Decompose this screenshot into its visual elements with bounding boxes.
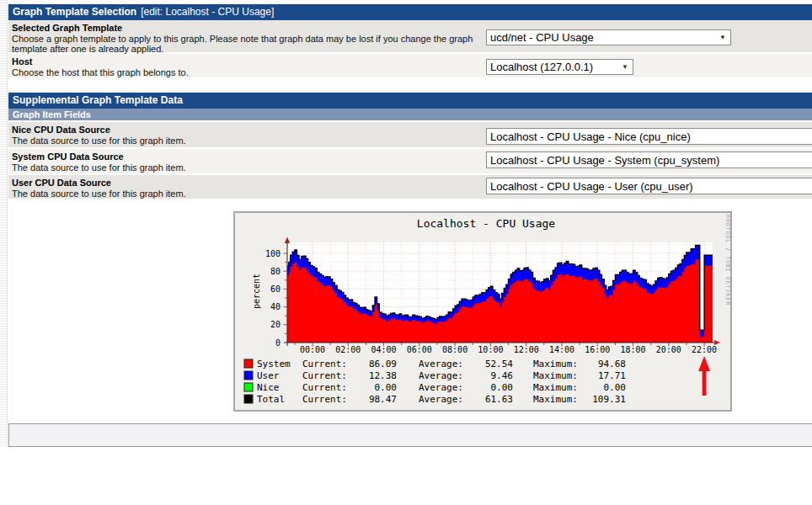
legend-average-value: 52.54 bbox=[485, 359, 513, 369]
cpu-usage-chart: Localhost - CPU Usage02040608010000:0002… bbox=[233, 211, 732, 412]
legend-average-value: 61.63 bbox=[485, 394, 513, 405]
field-row-system-cpu: System CPU Data Source The data source t… bbox=[8, 149, 812, 173]
cacti-graph-edit-page: Graph Template Selection[edit: Localhost… bbox=[0, 0, 812, 505]
y-tick-label: 20 bbox=[270, 320, 280, 329]
legend-maximum-value: 0.00 bbox=[604, 382, 627, 393]
legend-current-value: 86.09 bbox=[369, 359, 397, 369]
field-row-selected-graph-template: Selected Graph Template Choose a graph t… bbox=[8, 20, 812, 52]
y-tick-label: 80 bbox=[270, 267, 280, 276]
graph-item-fields-subheader: Graph Item Fields bbox=[8, 109, 812, 120]
legend-current-value: 12.38 bbox=[369, 370, 397, 381]
legend-row: TotalCurrent:98.47Average:61.63Maximum:1… bbox=[244, 394, 626, 405]
x-tick-label: 06:00 bbox=[407, 345, 432, 354]
legend-maximum-value: 94.68 bbox=[598, 359, 626, 369]
field-description: The data source to use for this graph it… bbox=[8, 162, 477, 173]
graph-template-selection-header: Graph Template Selection[edit: Localhost… bbox=[8, 4, 812, 20]
cpu-usage-graph-image: Localhost - CPU Usage02040608010000:0002… bbox=[233, 211, 732, 412]
y-tick-label: 40 bbox=[270, 302, 280, 311]
form-footer-bar bbox=[8, 423, 812, 447]
x-tick-label: 22:00 bbox=[692, 345, 717, 354]
field-description: Choose a graph template to apply to this… bbox=[8, 33, 477, 54]
chevron-down-icon: ▼ bbox=[622, 63, 628, 71]
select-value: Localhost - CPU Usage - System (cpu_syst… bbox=[490, 154, 812, 167]
legend-current-value: 98.47 bbox=[369, 394, 397, 405]
field-label: Host bbox=[8, 54, 812, 66]
chevron-down-icon: ▼ bbox=[719, 34, 726, 41]
x-tick-label: 18:00 bbox=[620, 345, 645, 354]
legend-color-swatch bbox=[244, 383, 253, 391]
legend-maximum-header: Maximum: bbox=[533, 370, 578, 381]
legend: SystemCurrent:86.09Average:52.54Maximum:… bbox=[244, 359, 626, 405]
legend-average-header: Average: bbox=[419, 382, 463, 393]
y-tick-label: 0 bbox=[275, 338, 280, 348]
x-tick-label: 02:00 bbox=[335, 345, 361, 354]
edit-note: [edit: Localhost - CPU Usage] bbox=[141, 6, 274, 18]
legend-current-header: Current: bbox=[302, 382, 347, 393]
x-tick-label: 16:00 bbox=[585, 345, 610, 354]
legend-average-value: 9.46 bbox=[491, 370, 514, 381]
y-axis-label: percent bbox=[252, 274, 261, 309]
x-tick-label: 00:00 bbox=[300, 345, 325, 354]
legend-color-swatch bbox=[244, 371, 253, 380]
select-value: ucd/net - CPU Usage bbox=[490, 31, 713, 44]
legend-maximum-value: 109.31 bbox=[592, 394, 626, 405]
legend-maximum-header: Maximum: bbox=[533, 359, 578, 369]
user-cpu-data-source-select[interactable]: Localhost - CPU Usage - User (cpu_user) … bbox=[486, 178, 812, 194]
field-description: The data source to use for this graph it… bbox=[8, 135, 477, 146]
x-tick-label: 10:00 bbox=[478, 345, 503, 354]
y-tick-label: 60 bbox=[270, 284, 280, 294]
legend-current-header: Current: bbox=[302, 394, 347, 405]
section-title: Graph Template Selection bbox=[13, 6, 136, 18]
legend-current-value: 0.00 bbox=[375, 382, 398, 393]
system-cpu-data-source-select[interactable]: Localhost - CPU Usage - System (cpu_syst… bbox=[486, 152, 812, 168]
select-value: Localhost (127.0.0.1) bbox=[490, 61, 615, 73]
select-value: Localhost - CPU Usage - Nice (cpu_nice) bbox=[490, 130, 812, 143]
legend-average-header: Average: bbox=[419, 394, 463, 405]
x-tick-label: 08:00 bbox=[442, 345, 467, 354]
field-description: Choose the host that this graph belongs … bbox=[8, 66, 477, 77]
legend-series-label: User bbox=[257, 370, 280, 381]
legend-maximum-value: 17.71 bbox=[598, 370, 626, 381]
legend-current-header: Current: bbox=[302, 370, 347, 381]
graph-title: Localhost - CPU Usage bbox=[417, 217, 556, 230]
select-value: Localhost - CPU Usage - User (cpu_user) bbox=[490, 180, 812, 193]
field-description: The data source to use for this graph it… bbox=[8, 188, 477, 199]
x-tick-label: 04:00 bbox=[371, 345, 397, 354]
legend-row: UserCurrent:12.38Average:9.46Maximum:17.… bbox=[244, 370, 626, 381]
legend-series-label: System bbox=[257, 359, 291, 369]
graph-template-select[interactable]: ucd/net - CPU Usage ▼ bbox=[486, 29, 731, 45]
x-tick-label: 14:00 bbox=[549, 345, 574, 354]
watermark-text: RRDTOOL / TOBI OETIKER bbox=[724, 215, 731, 306]
supplemental-data-header: Supplemental Graph Template Data bbox=[8, 93, 812, 109]
legend-average-header: Average: bbox=[419, 370, 463, 381]
field-row-nice-cpu: Nice CPU Data Source The data source to … bbox=[8, 122, 812, 147]
legend-color-swatch bbox=[244, 359, 253, 368]
nice-cpu-data-source-select[interactable]: Localhost - CPU Usage - Nice (cpu_nice) … bbox=[486, 128, 812, 145]
field-row-host: Host Choose the host that this graph bel… bbox=[8, 54, 812, 77]
field-row-user-cpu: User CPU Data Source The data source to … bbox=[8, 175, 812, 199]
y-tick-label: 100 bbox=[265, 249, 280, 258]
legend-current-header: Current: bbox=[302, 359, 347, 369]
x-tick-label: 20:00 bbox=[656, 345, 681, 354]
section-title: Supplemental Graph Template Data bbox=[13, 94, 183, 106]
legend-series-label: Nice bbox=[257, 382, 280, 393]
legend-series-label: Total bbox=[257, 394, 285, 405]
page-left-texture bbox=[0, 0, 8, 447]
legend-average-header: Average: bbox=[419, 359, 463, 369]
legend-row: NiceCurrent:0.00Average:0.00Maximum:0.00 bbox=[244, 382, 626, 393]
legend-average-value: 0.00 bbox=[491, 382, 514, 393]
legend-maximum-header: Maximum: bbox=[533, 394, 578, 405]
x-tick-label: 12:00 bbox=[514, 345, 539, 354]
host-select[interactable]: Localhost (127.0.0.1) ▼ bbox=[486, 59, 633, 75]
legend-maximum-header: Maximum: bbox=[533, 382, 578, 393]
legend-color-swatch bbox=[244, 395, 253, 403]
red-arrow-up-annotation bbox=[698, 356, 710, 396]
legend-row: SystemCurrent:86.09Average:52.54Maximum:… bbox=[244, 359, 626, 369]
